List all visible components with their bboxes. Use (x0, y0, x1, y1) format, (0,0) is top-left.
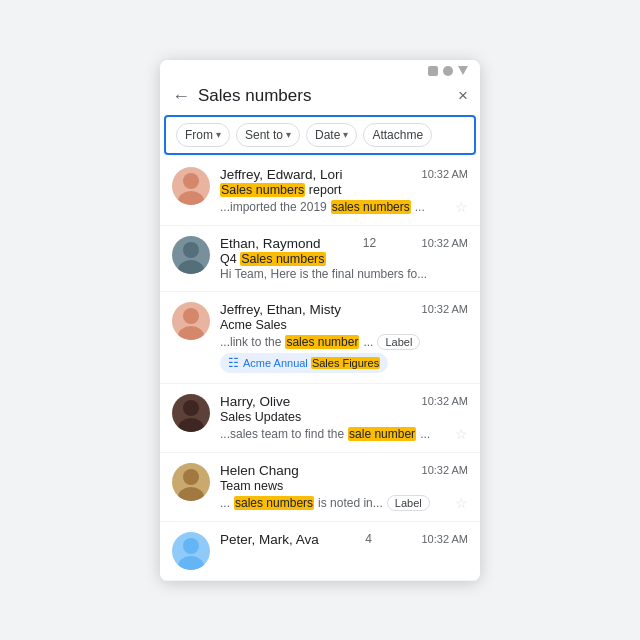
star-icon-4[interactable]: ☆ (455, 426, 468, 442)
svg-point-10 (183, 538, 199, 554)
filter-from-label: From (185, 128, 213, 142)
phone-frame: ← Sales numbers × From ▾ Sent to ▾ Date … (160, 60, 480, 581)
email-time-3: 10:32 AM (422, 303, 468, 315)
email-item-2[interactable]: Ethan, Raymond 12 10:32 AM Q4 Sales numb… (160, 226, 480, 292)
svg-point-6 (183, 400, 199, 416)
avatar-4 (172, 394, 210, 432)
sender-name-6: Peter, Mark, Ava (220, 532, 319, 547)
filter-date-arrow: ▾ (343, 129, 348, 140)
doc-icon-3: ☷ (228, 356, 239, 370)
bottom-row-3: ...link to the sales number... Label (220, 334, 468, 350)
email-header-4: Harry, Olive 10:32 AM (220, 394, 468, 409)
email-item-5[interactable]: Helen Chang 10:32 AM Team news ...sales … (160, 453, 480, 522)
email-subject-4: Sales Updates (220, 410, 468, 424)
email-content-4: Harry, Olive 10:32 AM Sales Updates ...s… (220, 394, 468, 442)
label-chip-5[interactable]: Label (387, 495, 430, 511)
avatar-1 (172, 167, 210, 205)
email-content-6: Peter, Mark, Ava 4 10:32 AM (220, 532, 468, 548)
back-arrow-icon[interactable]: ← (172, 86, 190, 107)
svg-point-0 (183, 173, 199, 189)
email-preview-3: ...link to the sales number... Label (220, 334, 420, 350)
svg-point-2 (183, 242, 199, 258)
filter-bar: From ▾ Sent to ▾ Date ▾ Attachme (164, 115, 476, 155)
email-content-1: Jeffrey, Edward, Lori 10:32 AM Sales num… (220, 167, 468, 215)
star-icon-1[interactable]: ☆ (455, 199, 468, 215)
attachment-chip-3[interactable]: ☷ Acme Annual Sales Figures (220, 353, 388, 373)
unread-count-6: 4 (365, 532, 372, 546)
email-subject-5: Team news (220, 479, 468, 493)
email-time-1: 10:32 AM (422, 168, 468, 180)
email-header-6: Peter, Mark, Ava 4 10:32 AM (220, 532, 468, 547)
avatar-3 (172, 302, 210, 340)
email-item-1[interactable]: Jeffrey, Edward, Lori 10:32 AM Sales num… (160, 157, 480, 226)
email-preview-2: Hi Team, Here is the final numbers fo... (220, 267, 468, 281)
email-item-6[interactable]: Peter, Mark, Ava 4 10:32 AM (160, 522, 480, 581)
email-subject-3: Acme Sales (220, 318, 468, 332)
email-content-3: Jeffrey, Ethan, Misty 10:32 AM Acme Sale… (220, 302, 468, 373)
unread-count-2: 12 (363, 236, 376, 250)
email-header-1: Jeffrey, Edward, Lori 10:32 AM (220, 167, 468, 182)
sender-name-2: Ethan, Raymond (220, 236, 321, 251)
status-icon-square (428, 66, 438, 76)
sender-name-5: Helen Chang (220, 463, 299, 478)
email-preview-5: ...sales numbers is noted in... Label (220, 495, 430, 511)
filter-sent-to[interactable]: Sent to ▾ (236, 123, 300, 147)
avatar-2 (172, 236, 210, 274)
email-item-4[interactable]: Harry, Olive 10:32 AM Sales Updates ...s… (160, 384, 480, 453)
email-time-4: 10:32 AM (422, 395, 468, 407)
svg-point-11 (178, 556, 204, 570)
email-subject-2: Q4 Sales numbers (220, 252, 468, 266)
email-preview-4: ...sales team to find the sale number... (220, 427, 430, 441)
email-time-6: 10:32 AM (422, 533, 468, 545)
svg-point-7 (178, 418, 204, 432)
sender-name-1: Jeffrey, Edward, Lori (220, 167, 343, 182)
filter-date-label: Date (315, 128, 340, 142)
status-bar (160, 60, 480, 80)
svg-point-8 (183, 469, 199, 485)
star-icon-5[interactable]: ☆ (455, 495, 468, 511)
close-icon[interactable]: × (458, 86, 468, 106)
filter-sent-to-label: Sent to (245, 128, 283, 142)
filter-from[interactable]: From ▾ (176, 123, 230, 147)
avatar-5 (172, 463, 210, 501)
sender-name-3: Jeffrey, Ethan, Misty (220, 302, 341, 317)
svg-point-1 (178, 191, 204, 205)
svg-point-4 (183, 308, 199, 324)
filter-attachments[interactable]: Attachme (363, 123, 432, 147)
svg-point-3 (178, 260, 204, 274)
email-time-5: 10:32 AM (422, 464, 468, 476)
search-query-text: Sales numbers (198, 86, 450, 106)
email-item-3[interactable]: Jeffrey, Ethan, Misty 10:32 AM Acme Sale… (160, 292, 480, 384)
sender-name-4: Harry, Olive (220, 394, 290, 409)
email-header-3: Jeffrey, Ethan, Misty 10:32 AM (220, 302, 468, 317)
bottom-row-4: ...sales team to find the sale number...… (220, 426, 468, 442)
email-content-5: Helen Chang 10:32 AM Team news ...sales … (220, 463, 468, 511)
avatar-6 (172, 532, 210, 570)
bottom-row-5: ...sales numbers is noted in... Label ☆ (220, 495, 468, 511)
attachment-text-3: Acme Annual Sales Figures (243, 357, 380, 369)
svg-point-9 (178, 487, 204, 501)
email-preview-1: ...imported the 2019 sales numbers... (220, 200, 425, 214)
search-bar: ← Sales numbers × (160, 80, 480, 115)
svg-point-5 (178, 326, 204, 340)
filter-sent-to-arrow: ▾ (286, 129, 291, 140)
status-icon-triangle (458, 66, 468, 75)
filter-date[interactable]: Date ▾ (306, 123, 357, 147)
email-header-2: Ethan, Raymond 12 10:32 AM (220, 236, 468, 251)
status-icon-circle (443, 66, 453, 76)
label-chip-3[interactable]: Label (377, 334, 420, 350)
filter-attachments-label: Attachme (372, 128, 423, 142)
email-header-5: Helen Chang 10:32 AM (220, 463, 468, 478)
bottom-row-1: ...imported the 2019 sales numbers... ☆ (220, 199, 468, 215)
email-time-2: 10:32 AM (422, 237, 468, 249)
email-content-2: Ethan, Raymond 12 10:32 AM Q4 Sales numb… (220, 236, 468, 281)
subject-highlight-1: Sales numbers (220, 183, 305, 197)
email-subject-1: Sales numbers report (220, 183, 468, 197)
email-list: Jeffrey, Edward, Lori 10:32 AM Sales num… (160, 157, 480, 581)
filter-from-arrow: ▾ (216, 129, 221, 140)
